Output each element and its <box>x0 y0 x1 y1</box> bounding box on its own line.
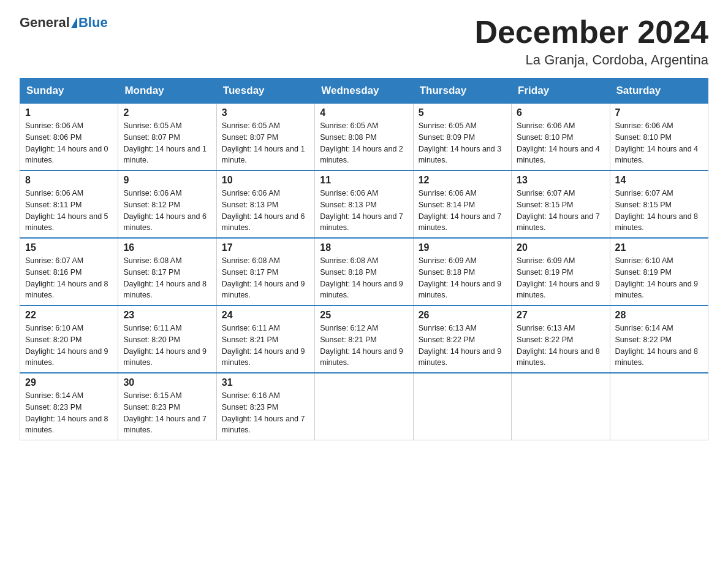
day-sun-info: Sunrise: 6:09 AMSunset: 8:18 PMDaylight:… <box>419 255 506 301</box>
day-number: 6 <box>517 107 604 118</box>
day-sun-info: Sunrise: 6:09 AMSunset: 8:19 PMDaylight:… <box>517 255 604 301</box>
day-number: 23 <box>123 310 211 321</box>
day-sun-info: Sunrise: 6:07 AMSunset: 8:15 PMDaylight:… <box>615 188 703 234</box>
day-sun-info: Sunrise: 6:12 AMSunset: 8:21 PMDaylight:… <box>320 323 408 369</box>
day-sun-info: Sunrise: 6:11 AMSunset: 8:21 PMDaylight:… <box>222 323 309 369</box>
day-of-week-header: Wednesday <box>315 79 413 104</box>
day-sun-info: Sunrise: 6:16 AMSunset: 8:23 PMDaylight:… <box>222 390 309 436</box>
calendar-day-cell: 3Sunrise: 6:05 AMSunset: 8:07 PMDaylight… <box>216 104 314 171</box>
calendar-day-cell: 4Sunrise: 6:05 AMSunset: 8:08 PMDaylight… <box>315 104 413 171</box>
month-title: December 2024 <box>474 15 708 50</box>
calendar-day-cell: 31Sunrise: 6:16 AMSunset: 8:23 PMDayligh… <box>216 373 314 440</box>
day-number: 15 <box>25 242 113 253</box>
day-sun-info: Sunrise: 6:06 AMSunset: 8:13 PMDaylight:… <box>320 188 408 234</box>
page-header: General Blue December 2024 La Granja, Co… <box>20 15 708 68</box>
day-number: 20 <box>517 242 604 253</box>
calendar-day-cell: 17Sunrise: 6:08 AMSunset: 8:17 PMDayligh… <box>216 238 314 305</box>
day-sun-info: Sunrise: 6:05 AMSunset: 8:09 PMDaylight:… <box>419 120 506 166</box>
calendar-day-cell: 9Sunrise: 6:06 AMSunset: 8:12 PMDaylight… <box>118 170 216 238</box>
calendar-day-cell: 22Sunrise: 6:10 AMSunset: 8:20 PMDayligh… <box>20 305 118 373</box>
day-number: 19 <box>419 242 506 253</box>
day-number: 18 <box>320 242 408 253</box>
calendar-day-cell: 13Sunrise: 6:07 AMSunset: 8:15 PMDayligh… <box>512 170 610 238</box>
calendar-day-cell <box>512 373 610 440</box>
day-sun-info: Sunrise: 6:08 AMSunset: 8:18 PMDaylight:… <box>320 255 408 301</box>
calendar-day-cell: 28Sunrise: 6:14 AMSunset: 8:22 PMDayligh… <box>610 305 708 373</box>
day-sun-info: Sunrise: 6:06 AMSunset: 8:13 PMDaylight:… <box>222 188 309 234</box>
day-number: 25 <box>320 310 408 321</box>
day-sun-info: Sunrise: 6:14 AMSunset: 8:23 PMDaylight:… <box>25 390 113 436</box>
day-sun-info: Sunrise: 6:06 AMSunset: 8:10 PMDaylight:… <box>615 120 703 166</box>
calendar-week-row: 1Sunrise: 6:06 AMSunset: 8:06 PMDaylight… <box>20 104 708 171</box>
calendar-week-row: 15Sunrise: 6:07 AMSunset: 8:16 PMDayligh… <box>20 238 708 305</box>
logo-triangle-icon <box>71 17 77 28</box>
logo-blue-text: Blue <box>78 15 108 31</box>
calendar-day-cell: 18Sunrise: 6:08 AMSunset: 8:18 PMDayligh… <box>315 238 413 305</box>
day-of-week-header: Saturday <box>610 79 708 104</box>
calendar-day-cell: 12Sunrise: 6:06 AMSunset: 8:14 PMDayligh… <box>413 170 511 238</box>
day-number: 26 <box>419 310 506 321</box>
day-sun-info: Sunrise: 6:11 AMSunset: 8:20 PMDaylight:… <box>123 323 211 369</box>
calendar-day-cell: 14Sunrise: 6:07 AMSunset: 8:15 PMDayligh… <box>610 170 708 238</box>
calendar-day-cell: 25Sunrise: 6:12 AMSunset: 8:21 PMDayligh… <box>315 305 413 373</box>
day-number: 30 <box>123 377 211 388</box>
day-sun-info: Sunrise: 6:13 AMSunset: 8:22 PMDaylight:… <box>517 323 604 369</box>
day-number: 9 <box>123 175 211 186</box>
calendar-day-cell <box>413 373 511 440</box>
day-sun-info: Sunrise: 6:08 AMSunset: 8:17 PMDaylight:… <box>123 255 211 301</box>
day-sun-info: Sunrise: 6:13 AMSunset: 8:22 PMDaylight:… <box>419 323 506 369</box>
day-sun-info: Sunrise: 6:07 AMSunset: 8:15 PMDaylight:… <box>517 188 604 234</box>
day-sun-info: Sunrise: 6:06 AMSunset: 8:10 PMDaylight:… <box>517 120 604 166</box>
calendar-day-cell: 8Sunrise: 6:06 AMSunset: 8:11 PMDaylight… <box>20 170 118 238</box>
days-of-week-row: SundayMondayTuesdayWednesdayThursdayFrid… <box>20 79 708 104</box>
day-sun-info: Sunrise: 6:08 AMSunset: 8:17 PMDaylight:… <box>222 255 309 301</box>
logo: General Blue <box>20 15 108 31</box>
day-of-week-header: Monday <box>118 79 216 104</box>
day-number: 2 <box>123 107 211 118</box>
calendar-day-cell: 7Sunrise: 6:06 AMSunset: 8:10 PMDaylight… <box>610 104 708 171</box>
day-number: 21 <box>615 242 703 253</box>
calendar-day-cell: 5Sunrise: 6:05 AMSunset: 8:09 PMDaylight… <box>413 104 511 171</box>
calendar-day-cell: 24Sunrise: 6:11 AMSunset: 8:21 PMDayligh… <box>216 305 314 373</box>
day-number: 24 <box>222 310 309 321</box>
calendar-day-cell: 11Sunrise: 6:06 AMSunset: 8:13 PMDayligh… <box>315 170 413 238</box>
day-number: 4 <box>320 107 408 118</box>
calendar-week-row: 8Sunrise: 6:06 AMSunset: 8:11 PMDaylight… <box>20 170 708 238</box>
calendar-day-cell: 27Sunrise: 6:13 AMSunset: 8:22 PMDayligh… <box>512 305 610 373</box>
day-number: 31 <box>222 377 309 388</box>
day-sun-info: Sunrise: 6:06 AMSunset: 8:11 PMDaylight:… <box>25 188 113 234</box>
day-sun-info: Sunrise: 6:05 AMSunset: 8:08 PMDaylight:… <box>320 120 408 166</box>
day-sun-info: Sunrise: 6:06 AMSunset: 8:06 PMDaylight:… <box>25 120 113 166</box>
calendar-day-cell: 19Sunrise: 6:09 AMSunset: 8:18 PMDayligh… <box>413 238 511 305</box>
calendar-day-cell: 30Sunrise: 6:15 AMSunset: 8:23 PMDayligh… <box>118 373 216 440</box>
calendar-day-cell <box>610 373 708 440</box>
day-sun-info: Sunrise: 6:10 AMSunset: 8:20 PMDaylight:… <box>25 323 113 369</box>
day-number: 17 <box>222 242 309 253</box>
day-number: 8 <box>25 175 113 186</box>
day-of-week-header: Sunday <box>20 79 118 104</box>
day-sun-info: Sunrise: 6:06 AMSunset: 8:14 PMDaylight:… <box>419 188 506 234</box>
calendar-day-cell <box>315 373 413 440</box>
day-number: 22 <box>25 310 113 321</box>
calendar-day-cell: 16Sunrise: 6:08 AMSunset: 8:17 PMDayligh… <box>118 238 216 305</box>
calendar-day-cell: 15Sunrise: 6:07 AMSunset: 8:16 PMDayligh… <box>20 238 118 305</box>
day-number: 27 <box>517 310 604 321</box>
day-number: 28 <box>615 310 703 321</box>
day-sun-info: Sunrise: 6:05 AMSunset: 8:07 PMDaylight:… <box>222 120 309 166</box>
title-block: December 2024 La Granja, Cordoba, Argent… <box>474 15 708 68</box>
location-title: La Granja, Cordoba, Argentina <box>474 52 708 68</box>
calendar-day-cell: 20Sunrise: 6:09 AMSunset: 8:19 PMDayligh… <box>512 238 610 305</box>
day-number: 3 <box>222 107 309 118</box>
day-number: 11 <box>320 175 408 186</box>
calendar-day-cell: 29Sunrise: 6:14 AMSunset: 8:23 PMDayligh… <box>20 373 118 440</box>
day-sun-info: Sunrise: 6:06 AMSunset: 8:12 PMDaylight:… <box>123 188 211 234</box>
calendar-day-cell: 21Sunrise: 6:10 AMSunset: 8:19 PMDayligh… <box>610 238 708 305</box>
day-number: 12 <box>419 175 506 186</box>
calendar-day-cell: 23Sunrise: 6:11 AMSunset: 8:20 PMDayligh… <box>118 305 216 373</box>
logo-general-text: General <box>20 15 70 31</box>
calendar-day-cell: 1Sunrise: 6:06 AMSunset: 8:06 PMDaylight… <box>20 104 118 171</box>
calendar-day-cell: 26Sunrise: 6:13 AMSunset: 8:22 PMDayligh… <box>413 305 511 373</box>
day-sun-info: Sunrise: 6:05 AMSunset: 8:07 PMDaylight:… <box>123 120 211 166</box>
day-number: 29 <box>25 377 113 388</box>
day-of-week-header: Tuesday <box>216 79 314 104</box>
